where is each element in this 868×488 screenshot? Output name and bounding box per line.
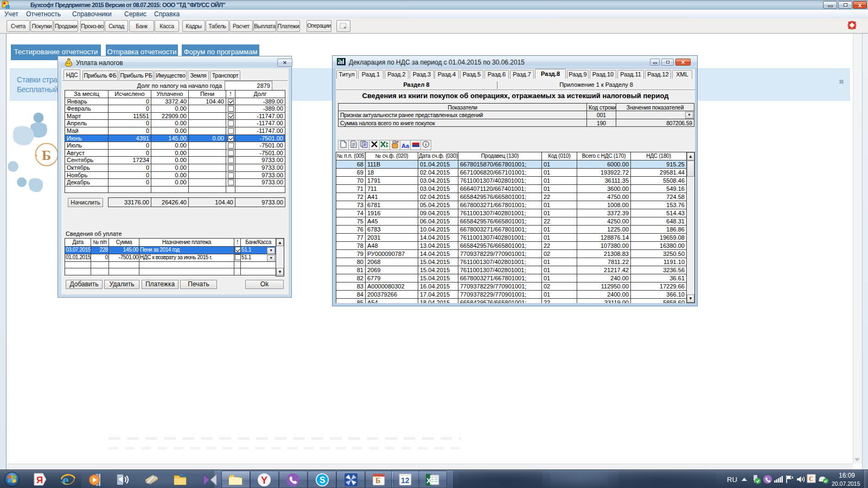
svg-text:Y: Y bbox=[261, 475, 267, 486]
svg-text:Б: Б bbox=[42, 147, 51, 163]
svg-text:S: S bbox=[320, 476, 326, 485]
svg-text:Я: Я bbox=[36, 475, 43, 485]
svg-text:X: X bbox=[426, 477, 431, 485]
svg-text:Б: Б bbox=[375, 477, 380, 485]
svg-text:12: 12 bbox=[401, 476, 410, 485]
svg-text:С: С bbox=[809, 475, 814, 483]
